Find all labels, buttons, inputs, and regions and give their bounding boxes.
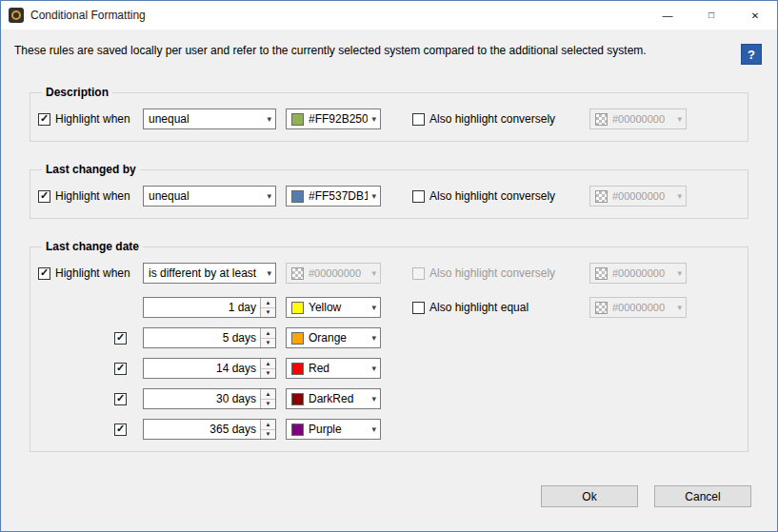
last-changed-by-conversely-checkbox[interactable]: Also highlight conversely [412, 189, 589, 203]
description-conversely-checkbox[interactable]: Also highlight conversely [412, 112, 589, 126]
spinner-buttons: ▲ ▼ [260, 389, 275, 408]
spinner-buttons: ▲ ▼ [260, 359, 275, 378]
chevron-down-icon: ▾ [371, 303, 376, 312]
checkbox-checked-icon: ✓ [38, 113, 50, 126]
threshold-1day-color-name: Yellow [309, 301, 368, 314]
threshold-5days-spinner[interactable]: 5 days ▲ ▼ [143, 327, 276, 348]
chevron-down-icon: ▾ [677, 191, 682, 201]
threshold-365days-spinner[interactable]: 365 days ▲ ▼ [143, 419, 276, 440]
spin-down-icon[interactable]: ▼ [261, 339, 275, 348]
group-description: Description ✓ Highlight when unequal ▾ #… [30, 86, 748, 142]
threshold-14days-checkbox[interactable]: ✓ [38, 363, 143, 375]
close-button[interactable]: ✕ [733, 1, 777, 30]
description-conversely-color-value: #00000000 [612, 113, 673, 125]
window-title: Conditional Formatting [30, 9, 146, 22]
help-button[interactable]: ? [741, 44, 762, 65]
threshold-5days-checkbox[interactable]: ✓ [38, 332, 143, 345]
threshold-row-30days: ✓ 30 days ▲ ▼ DarkRed ▾ [38, 388, 740, 409]
window-controls: — □ ✕ [646, 1, 777, 30]
description-condition-value: unequal [149, 112, 263, 126]
color-swatch [291, 424, 304, 436]
checkbox-checked-icon: ✓ [114, 363, 127, 375]
threshold-30days-checkbox[interactable]: ✓ [38, 393, 143, 405]
chevron-down-icon: ▾ [267, 191, 271, 201]
description-color-value: #FF92B250 [309, 112, 368, 126]
titlebar[interactable]: Conditional Formatting — □ ✕ [1, 1, 777, 30]
highlight-equal-checkbox[interactable]: Also highlight equal [412, 301, 589, 314]
highlight-equal-color-dropdown: #00000000 ▾ [589, 297, 687, 318]
chevron-down-icon: ▾ [371, 364, 376, 373]
description-color-dropdown[interactable]: #FF92B250 ▾ [286, 108, 381, 129]
checkbox-checked-icon: ✓ [38, 190, 50, 203]
group-last-change-date: Last change date ✓ Highlight when is dif… [30, 240, 748, 452]
last-changed-by-condition-dropdown[interactable]: unequal ▾ [143, 186, 276, 207]
last-change-date-conversely-color-dropdown: #00000000 ▾ [589, 263, 687, 284]
checkbox-unchecked-icon [412, 302, 425, 314]
description-highlight-checkbox[interactable]: ✓ Highlight when [38, 112, 143, 126]
chevron-down-icon: ▾ [677, 114, 682, 124]
spinner-buttons: ▲ ▼ [260, 420, 275, 439]
spin-up-icon[interactable]: ▲ [261, 298, 275, 308]
last-change-date-condition-dropdown[interactable]: is different by at least ▾ [143, 263, 276, 284]
threshold-365days-color-dropdown[interactable]: Purple ▾ [286, 419, 381, 440]
spin-up-icon[interactable]: ▲ [261, 420, 275, 430]
last-change-date-condition-color-dropdown: #00000000 ▾ [286, 263, 381, 284]
description-conversely-label: Also highlight conversely [429, 112, 555, 126]
last-change-date-condition-row: ✓ Highlight when is different by at leas… [38, 263, 740, 284]
footer: Ok Cancel [541, 485, 751, 507]
threshold-14days-value: 14 days [144, 359, 260, 378]
threshold-30days-spinner[interactable]: 30 days ▲ ▼ [143, 388, 276, 409]
threshold-14days-spinner[interactable]: 14 days ▲ ▼ [143, 358, 276, 379]
transparent-swatch [595, 190, 608, 203]
last-change-date-condition-color-value: #00000000 [309, 267, 368, 279]
spinner-buttons: ▲ ▼ [260, 328, 275, 347]
spin-down-icon[interactable]: ▼ [261, 400, 275, 409]
checkbox-checked-icon: ✓ [114, 424, 127, 436]
color-swatch [291, 190, 304, 203]
threshold-365days-color-name: Purple [309, 423, 368, 436]
last-changed-by-condition-value: unequal [149, 189, 263, 203]
chevron-down-icon: ▾ [371, 333, 376, 343]
description-conversely-color-dropdown: #00000000 ▾ [589, 108, 687, 129]
spin-down-icon[interactable]: ▼ [261, 369, 275, 379]
last-change-date-condition-value: is different by at least [149, 266, 263, 280]
chevron-down-icon: ▾ [677, 268, 682, 278]
last-change-date-conversely-checkbox: Also highlight conversely [412, 266, 589, 280]
group-last-changed-by: Last changed by ✓ Highlight when unequal… [30, 163, 748, 219]
threshold-1day-spinner[interactable]: 1 day ▲ ▼ [143, 297, 276, 318]
last-changed-by-highlight-checkbox[interactable]: ✓ Highlight when [38, 189, 143, 203]
checkbox-checked-icon: ✓ [114, 332, 127, 345]
description-highlight-label: Highlight when [55, 112, 130, 126]
description-condition-dropdown[interactable]: unequal ▾ [143, 108, 276, 129]
transparent-swatch [595, 113, 608, 126]
spin-down-icon[interactable]: ▼ [261, 430, 275, 440]
spin-up-icon[interactable]: ▲ [261, 328, 275, 339]
last-change-date-highlight-checkbox[interactable]: ✓ Highlight when [38, 266, 143, 280]
checkbox-checked-icon: ✓ [114, 393, 127, 405]
spin-up-icon[interactable]: ▲ [261, 359, 275, 369]
info-text: These rules are saved locally per user a… [14, 42, 729, 57]
spin-up-icon[interactable]: ▲ [261, 389, 275, 400]
last-changed-by-row: ✓ Highlight when unequal ▾ #FF537DB1 ▾ A… [38, 186, 740, 207]
transparent-swatch [595, 302, 608, 314]
threshold-14days-color-dropdown[interactable]: Red ▾ [286, 358, 381, 379]
color-swatch [291, 332, 304, 345]
cancel-button[interactable]: Cancel [654, 485, 751, 507]
ok-button[interactable]: Ok [541, 485, 638, 507]
threshold-1day-color-dropdown[interactable]: Yellow ▾ [286, 297, 381, 318]
transparent-swatch [291, 267, 304, 280]
threshold-30days-color-dropdown[interactable]: DarkRed ▾ [286, 388, 381, 409]
maximize-button[interactable]: □ [689, 0, 733, 30]
threshold-row-5days: ✓ 5 days ▲ ▼ Orange ▾ [38, 327, 740, 348]
color-swatch [291, 302, 304, 314]
last-changed-by-conversely-color-dropdown: #00000000 ▾ [589, 186, 687, 207]
threshold-5days-color-dropdown[interactable]: Orange ▾ [286, 327, 381, 348]
threshold-365days-checkbox[interactable]: ✓ [38, 424, 143, 436]
threshold-row-365days: ✓ 365 days ▲ ▼ Purple ▾ [38, 419, 740, 440]
minimize-button[interactable]: — [646, 1, 689, 30]
chevron-down-icon: ▾ [371, 191, 376, 201]
checkbox-unchecked-icon [412, 190, 425, 203]
group-description-title: Description [42, 86, 112, 99]
spin-down-icon[interactable]: ▼ [261, 308, 275, 318]
last-changed-by-color-dropdown[interactable]: #FF537DB1 ▾ [286, 186, 381, 207]
